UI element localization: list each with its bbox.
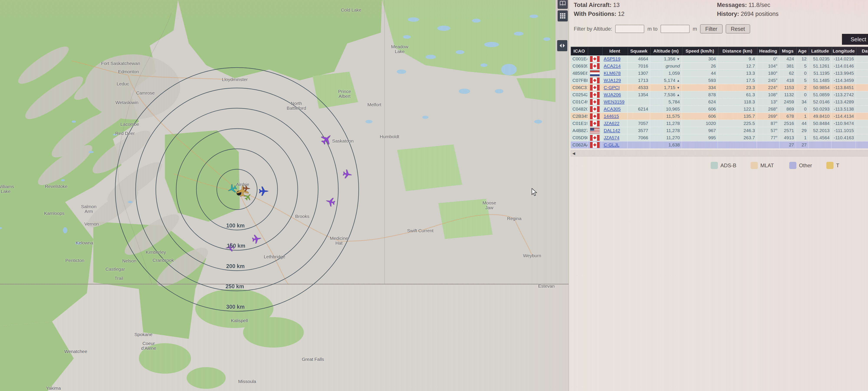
column-header-ident[interactable]: Ident <box>602 47 627 55</box>
aircraft-row-4859E6[interactable]: 4859E6KLM67813071,0594413.3180°62051.119… <box>571 70 868 77</box>
cell-lon: -110.9474 <box>832 120 856 127</box>
column-header-src[interactable]: Data S <box>856 47 868 55</box>
ident-link[interactable]: ASP519 <box>604 56 620 61</box>
ident-link[interactable]: WJA206 <box>604 92 621 97</box>
altitude-min-input[interactable] <box>615 25 644 33</box>
city-label: Lethbridge <box>264 254 285 259</box>
aircraft-row-C02542[interactable]: C02542WJA20613547,536▲87861.3108°1132051… <box>571 91 868 99</box>
cell-dist: 118.3 <box>718 99 757 106</box>
aircraft-row-C06939[interactable]: C06939ACA2147016ground2612.7104°381551.1… <box>571 62 868 70</box>
cell-icao: C06939 <box>571 62 588 70</box>
city-label: Meadow Lake <box>391 44 408 54</box>
cell-ident: JZA574 <box>602 134 627 141</box>
cell-ident: C-GLJL <box>602 141 627 148</box>
aircraft-row-C0482C[interactable]: C0482CACA305621410,965606122.1268°869050… <box>571 106 868 113</box>
cell-flag <box>588 62 602 70</box>
aircraft-row-C01C49[interactable]: C01C49WEN31595,784624118.313°24593452.01… <box>571 99 868 106</box>
cell-flag <box>588 113 602 120</box>
cell-squawk <box>627 113 650 120</box>
ident-link[interactable]: JZA622 <box>604 121 619 126</box>
ident-link[interactable]: C-GPCI <box>604 85 620 90</box>
ring-distance-label: 100 km <box>226 222 245 229</box>
cell-lat: 49.8410 <box>809 113 832 120</box>
cell-age: 1 <box>796 113 809 120</box>
cell-src <box>856 113 868 120</box>
aircraft-row-C07FBE[interactable]: C07FBEWJA12917135,174▲59317.5245°418551.… <box>571 77 868 84</box>
cell-ident: KLM678 <box>602 70 627 77</box>
cell-alt: 5,784 <box>650 99 682 106</box>
filter-button[interactable]: Filter <box>700 24 723 33</box>
ident-link[interactable]: KLM678 <box>604 71 621 76</box>
ident-link[interactable]: DAL142 <box>604 128 620 133</box>
cell-hdg: 245° <box>757 77 779 84</box>
city-label: Missoula <box>238 379 256 384</box>
column-header-squawk[interactable]: Squawk <box>627 47 650 55</box>
cell-dist <box>718 141 757 148</box>
ident-link[interactable]: WJA129 <box>604 78 621 83</box>
aircraft-row-C001E4[interactable]: C001E4ASP51946641,356▼3049.40°4241251.02… <box>571 55 868 62</box>
cell-ident: JZA622 <box>602 120 627 127</box>
map-canvas[interactable]: Fort SaskatchewanEdmontonLeducCamroseWet… <box>0 0 568 391</box>
select-columns-button[interactable]: Select Co <box>842 34 868 45</box>
cell-lat: 51.0859 <box>809 91 832 99</box>
cell-dist: 9.4 <box>718 55 757 62</box>
ident-link[interactable]: C-GLJL <box>604 142 619 147</box>
cell-msgs: 2459 <box>779 99 796 106</box>
aircraft-row-C01E19[interactable]: C01E19JZA622705711,2781020225.587°251644… <box>571 120 868 127</box>
aircraft-row-C05D98[interactable]: C05D98JZA574706611,270995263.777°4913151… <box>571 134 868 141</box>
aircraft-row-A4B827[interactable]: A4B827DAL142357711,278967246.357°2571295… <box>571 127 868 134</box>
cell-ident: ACA305 <box>602 106 627 113</box>
show-table-button[interactable] <box>558 10 568 21</box>
ident-link[interactable]: ACA214 <box>604 63 621 68</box>
toggle-sidebar-button[interactable] <box>557 40 567 51</box>
cell-lon <box>832 141 856 148</box>
ident-link[interactable]: 144615 <box>604 114 619 119</box>
cell-msgs: 1132 <box>779 91 796 99</box>
scroll-left-arrow[interactable]: ◀ <box>571 151 577 156</box>
city-label: Leduc <box>117 81 129 86</box>
altitude-max-input[interactable] <box>660 25 690 33</box>
ident-link[interactable]: WEN3159 <box>604 99 624 105</box>
column-header-age[interactable]: Age <box>796 47 809 55</box>
descending-icon: ▼ <box>677 86 680 89</box>
city-label: Melfort <box>367 102 381 107</box>
column-header-speed[interactable]: Speed (km/h) <box>682 47 718 55</box>
cell-age: 34 <box>796 99 809 106</box>
cell-age: 0 <box>796 91 809 99</box>
history-stat: History: 2694 positions <box>717 11 779 18</box>
cell-lat: 50.8484 <box>809 120 832 127</box>
cell-icao: C02542 <box>571 91 588 99</box>
cell-icao: C001E4 <box>571 55 588 62</box>
column-header-dist[interactable]: Distance (km) <box>718 47 757 55</box>
aircraft-row-C062AA[interactable]: C062AAC-GLJL1,6382727M <box>571 141 868 148</box>
cell-msgs: 418 <box>779 77 796 84</box>
cell-age: 1 <box>796 134 809 141</box>
cell-icao: C0482C <box>571 106 588 113</box>
cell-squawk: 4664 <box>627 55 650 62</box>
ring-distance-label: 200 km <box>226 263 245 269</box>
altitude-filter: Filter by Altitude: m to m Filter Reset <box>574 24 750 33</box>
aircraft-row-C2B345[interactable]: C2B34514461511,575606135.7269°678149.841… <box>571 113 868 120</box>
ident-link[interactable]: ACA305 <box>604 107 621 112</box>
ident-link[interactable]: JZA574 <box>604 135 619 140</box>
column-header-alt[interactable]: Altitude (m) <box>650 47 682 55</box>
column-header-icao[interactable]: ICAO <box>571 47 588 55</box>
cell-lon: -113.5138 <box>832 106 856 113</box>
cell-age: 2 <box>796 84 809 91</box>
cell-src <box>856 84 868 91</box>
cell-icao: C07FBE <box>571 77 588 84</box>
cell-alt: 1,638 <box>650 141 682 148</box>
table-horizontal-scrollbar[interactable]: ◀ <box>571 150 868 157</box>
column-header-lon[interactable]: Longitude <box>832 47 856 55</box>
column-header-lat[interactable]: Latitude <box>809 47 832 55</box>
city-label: Penticton <box>65 258 85 263</box>
column-header-msgs[interactable]: Msgs <box>779 47 796 55</box>
column-header-flag[interactable] <box>588 47 602 55</box>
column-header-hdg[interactable]: Heading <box>757 47 779 55</box>
cell-alt: 5,174▲ <box>650 77 682 84</box>
aircraft-row-C06C31[interactable]: C06C31C-GPCI45331,715▼33423.3224°1153250… <box>571 84 868 91</box>
country-flag-ca <box>590 56 599 62</box>
cell-lat: 51.1261 <box>809 62 832 70</box>
reset-button[interactable]: Reset <box>726 24 750 33</box>
show-map-button[interactable] <box>558 0 568 9</box>
